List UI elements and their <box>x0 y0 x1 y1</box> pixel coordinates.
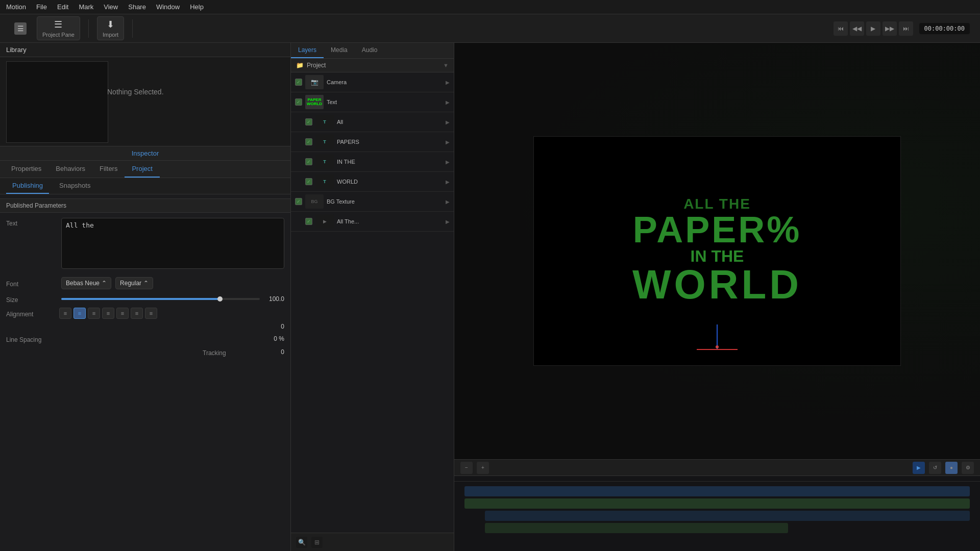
size-slider-fill <box>61 298 220 300</box>
subtab-publishing[interactable]: Publishing <box>6 178 49 194</box>
layer-name-bgtexture: BG Texture <box>327 198 443 205</box>
project-pane-label: Project Pane <box>42 32 75 38</box>
layer-info-camera: Camera <box>327 79 443 85</box>
text-param-value: All the <box>61 218 284 271</box>
menu-help[interactable]: Help <box>190 3 204 11</box>
transport-forward-button[interactable]: ▶▶ <box>883 21 897 36</box>
layer-expand-text-group[interactable]: ▶ <box>446 99 450 105</box>
transport-play-button[interactable]: ▶ <box>866 21 880 36</box>
timeline-play-btn[interactable]: ▶ <box>913 462 925 474</box>
subtab-snapshots[interactable]: Snapshots <box>53 178 96 194</box>
timeline-settings-btn[interactable]: ⚙ <box>962 462 974 474</box>
published-params-panel: Published Parameters Text All the Font B… <box>0 194 290 551</box>
timeline-track-4[interactable] <box>485 523 788 533</box>
inspector-toggle-button[interactable]: ☰ <box>10 20 31 37</box>
layer-expand-bgtexture[interactable]: ▶ <box>446 199 450 205</box>
menu-mark[interactable]: Mark <box>79 3 93 11</box>
tab-project[interactable]: Project <box>125 161 159 178</box>
size-value: 100.0 <box>264 295 284 303</box>
project-header-label: Project <box>307 62 440 69</box>
project-expand-icon[interactable]: ▼ <box>443 62 449 68</box>
layer-info-bgtexture: BG Texture <box>327 198 443 205</box>
axis-x <box>697 349 738 350</box>
layer-check-text-group[interactable]: ✓ <box>295 98 302 106</box>
menu-edit[interactable]: Edit <box>57 3 68 11</box>
layers-grid-button[interactable]: ⊞ <box>311 537 323 548</box>
align-center-btn[interactable]: ≡ <box>74 308 86 319</box>
align-left-btn[interactable]: ≡ <box>59 308 71 319</box>
layer-check-inthe[interactable]: ✓ <box>305 158 312 165</box>
import-button[interactable]: ⬇ Import <box>97 16 124 40</box>
tab-behaviors[interactable]: Behaviors <box>48 161 92 178</box>
layers-tab-layers[interactable]: Layers <box>291 43 324 58</box>
timeline-dot-btn[interactable]: ● <box>945 462 958 474</box>
menu-bar: Motion File Edit Mark View Share Window … <box>0 0 980 14</box>
preview-line4: WORLD <box>632 264 802 305</box>
tab-properties[interactable]: Properties <box>4 161 48 178</box>
timeline-track-3[interactable] <box>485 511 970 521</box>
tracking-row: Tracking 0 <box>0 345 290 359</box>
layer-info-world: WORLD <box>337 179 443 185</box>
transport-end-button[interactable]: ⏭ <box>899 21 913 36</box>
layers-search-button[interactable]: 🔍 <box>296 537 307 548</box>
layers-tab-audio[interactable]: Audio <box>355 43 385 58</box>
align-justify-btn[interactable]: ≡ <box>145 308 157 319</box>
layer-item-allthe[interactable]: ✓ ▶ All The... ▶ <box>291 212 454 232</box>
timeline-ruler <box>454 481 980 482</box>
layer-check-allthe[interactable]: ✓ <box>305 218 312 225</box>
layer-item-inthe[interactable]: ✓ T IN THE ▶ <box>291 152 454 172</box>
layer-arrow-all[interactable]: ▶ <box>446 119 450 125</box>
menu-motion[interactable]: Motion <box>6 3 26 11</box>
timeline-track-2[interactable] <box>464 498 970 509</box>
layer-item-all[interactable]: ✓ T All ▶ <box>291 112 454 132</box>
text-param-row: Text All the <box>0 215 290 274</box>
layer-arrow-papers[interactable]: ▶ <box>446 139 450 145</box>
size-slider-thumb[interactable] <box>217 296 223 302</box>
layer-check-all[interactable]: ✓ <box>305 118 312 126</box>
align-justify-center-btn[interactable]: ≡ <box>116 308 129 319</box>
align-right-btn[interactable]: ≡ <box>88 308 100 319</box>
number-row-1: 0 <box>0 321 290 332</box>
layer-check-world[interactable]: ✓ <box>305 178 312 185</box>
size-slider-track[interactable] <box>61 298 260 300</box>
left-panel: Library Nothing Selected. Inspector Prop… <box>0 43 291 551</box>
project-pane-button[interactable]: ☰ Project Pane <box>37 16 80 40</box>
layer-info-papers: PAPERS <box>337 139 443 145</box>
align-justify-left-btn[interactable]: ≡ <box>102 308 114 319</box>
align-justify-right-btn[interactable]: ≡ <box>131 308 143 319</box>
timeline-zoom-in-btn[interactable]: + <box>477 462 489 474</box>
layer-arrow-inthe[interactable]: ▶ <box>446 159 450 165</box>
font-style-selector[interactable]: Regular ⌃ <box>115 277 153 289</box>
layer-item-world[interactable]: ✓ T WORLD ▶ <box>291 172 454 192</box>
text-input[interactable]: All the <box>61 218 284 269</box>
layers-tabs: Layers Media Audio <box>291 43 454 59</box>
inspector-title: Inspector <box>6 149 284 157</box>
menu-view[interactable]: View <box>104 3 118 11</box>
timeline-zoom-out-btn[interactable]: − <box>460 462 473 474</box>
layers-tab-media[interactable]: Media <box>324 43 355 58</box>
transport-rewind-button[interactable]: ⏮ <box>834 21 848 36</box>
transport-back-button[interactable]: ◀◀ <box>850 21 864 36</box>
font-name-selector[interactable]: Bebas Neue ⌃ <box>61 277 111 289</box>
layer-arrow-allthe[interactable]: ▶ <box>446 219 450 224</box>
layer-check-camera[interactable]: ✓ <box>295 79 302 86</box>
menu-share[interactable]: Share <box>128 3 146 11</box>
tab-filters[interactable]: Filters <box>92 161 125 178</box>
layer-expand-camera[interactable]: ▶ <box>446 80 450 85</box>
layer-name-camera: Camera <box>327 79 443 85</box>
layer-item-camera[interactable]: ✓ 📷 Camera ▶ <box>291 72 454 92</box>
timeline-loop-btn[interactable]: ↺ <box>929 462 941 474</box>
layer-item-papers[interactable]: ✓ T PAPERS ▶ <box>291 132 454 152</box>
timeline-tracks <box>464 486 970 546</box>
line-spacing-row: Line Spacing 0 % <box>0 332 290 345</box>
layer-check-papers[interactable]: ✓ <box>305 138 312 145</box>
menu-file[interactable]: File <box>36 3 47 11</box>
layer-thumb-allthe: ▶ <box>315 214 334 229</box>
layer-name-text-group: Text <box>327 99 443 105</box>
timeline-track-1[interactable] <box>464 486 970 496</box>
layer-item-bgtexture[interactable]: ✓ BG BG Texture ▶ <box>291 192 454 212</box>
menu-window[interactable]: Window <box>156 3 180 11</box>
layer-arrow-world[interactable]: ▶ <box>446 179 450 185</box>
layer-item-text-group[interactable]: ✓ PAPERWORLD Text ▶ <box>291 92 454 112</box>
layer-check-bgtexture[interactable]: ✓ <box>295 198 302 205</box>
